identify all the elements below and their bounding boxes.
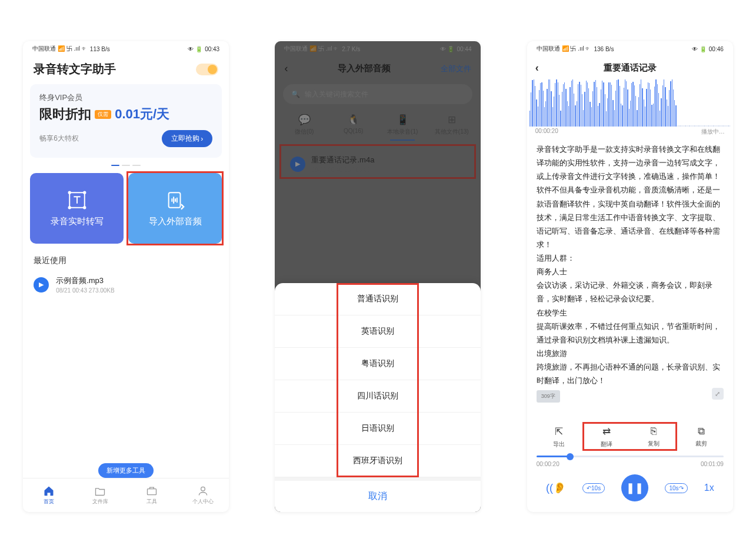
svg-point-1 [68, 191, 70, 193]
time-position: 00:00:20 [537, 461, 559, 467]
page-indicator [23, 165, 229, 166]
copy-icon: ⎘ [651, 426, 657, 437]
status-icons: 👁 🔋 [188, 46, 202, 52]
tool-export-label: 导出 [553, 440, 565, 448]
tool-row: ⇱导出 ⇄翻译 ⎘复制 ⧉裁剪 [527, 421, 733, 452]
status-carrier: 中国联通 📶 卐 .ııl ᯤ [32, 45, 88, 53]
language-action-sheet: 普通话识别 英语识别 粤语识别 四川话识别 日语识别 西班牙语识别 取消 [275, 283, 481, 512]
svg-point-4 [84, 207, 85, 208]
ear-mode-button[interactable]: ((👂 [546, 481, 566, 494]
search-input[interactable]: 🔍 输入关键词搜索文件 [283, 84, 472, 104]
opt-mandarin[interactable]: 普通话识别 [275, 283, 481, 315]
svg-point-2 [84, 191, 85, 193]
tab-home-label: 首页 [44, 498, 54, 506]
tab-home[interactable]: 首页 [23, 478, 75, 512]
tool-crop-label: 裁剪 [695, 440, 707, 448]
card-import-audio[interactable]: 导入外部音频 [128, 173, 222, 244]
bottom-tabbar: 首页 文件库 工具 个人中心 [23, 478, 229, 512]
home-icon [42, 485, 55, 497]
transcript-area[interactable]: 录音转文字助手是一款支持实时录音转换文字和在线翻译功能的实用性软件，支持一边录音… [527, 136, 733, 421]
search-placeholder: 输入关键词搜索文件 [305, 89, 368, 99]
text-frame-icon [67, 190, 87, 210]
back-button[interactable]: ‹ [535, 62, 539, 74]
vip-line2: 限时折扣 [39, 105, 91, 123]
tool-export[interactable]: ⇱导出 [544, 426, 574, 448]
play-icon[interactable]: ▶ [34, 277, 49, 293]
opt-sichuan[interactable]: 四川话识别 [275, 380, 481, 413]
transcript-text: 录音转文字助手是一款支持实时录音转换文字和在线翻译功能的实用性软件，支持一边录音… [537, 143, 724, 388]
tool-translate[interactable]: ⇄翻译 [592, 426, 621, 448]
tab-files-label: 文件库 [92, 498, 108, 506]
play-icon[interactable]: ▶ [290, 157, 305, 172]
tab-qq[interactable]: 🐧QQ(16) [329, 110, 378, 141]
status-carrier: 中国联通 📶 卐 .ııl ᯤ [284, 45, 339, 53]
phone-icon: 📱 [378, 114, 427, 126]
tab-profile-label: 个人中心 [192, 498, 214, 506]
tool-translate-label: 翻译 [601, 440, 612, 448]
svg-rect-5 [168, 192, 180, 208]
svg-point-3 [68, 207, 70, 208]
app-title: 录音转文字助手 [34, 61, 116, 77]
progress-slider[interactable]: 00:00:20 00:01:09 [527, 452, 733, 468]
page-title: 重要通话记录 [604, 62, 657, 74]
time-duration: 00:01:09 [701, 461, 724, 467]
svg-point-7 [201, 487, 205, 491]
vip-badge: 仅需 [95, 110, 111, 119]
theme-toggle[interactable] [196, 64, 218, 75]
chevron-right-icon: › [201, 135, 203, 143]
speed-button[interactable]: 1x [704, 483, 714, 493]
recent-heading: 最近使用 [23, 244, 229, 272]
vip-banner[interactable]: 终身VIP会员 限时折扣 仅需 0.01元/天 畅享6大特权 立即抢购 › [30, 84, 222, 158]
toolbox-icon [145, 485, 158, 497]
pause-button[interactable]: ❚❚ [621, 474, 648, 501]
status-time: 00:46 [709, 46, 724, 52]
player-controls: ((👂 ↶10s ❚❚ 10s↷ 1x [527, 468, 733, 512]
file-name: 示例音频.mp3 [56, 275, 115, 286]
expand-icon[interactable]: ⤢ [712, 388, 724, 400]
status-net: 2.7 K/s [342, 46, 360, 52]
card-a-label: 录音实时转写 [51, 216, 104, 227]
grid-icon: ⊞ [427, 114, 477, 126]
back-button[interactable]: ‹ [284, 62, 288, 75]
buy-now-button[interactable]: 立即抢购 › [162, 130, 212, 147]
status-net: 136 B/s [594, 46, 614, 52]
tab-other[interactable]: ⊞其他文件(13) [427, 110, 477, 141]
recent-file-row[interactable]: ▶ 示例音频.mp3 08/21 00:43 273.00KB [23, 272, 229, 297]
more-tools-pill[interactable]: 新增更多工具 [98, 463, 154, 478]
wave-time: 00:00:20 [535, 128, 558, 136]
tab-local[interactable]: 📱本地录音(1) [378, 110, 427, 141]
card-realtime-transcribe[interactable]: 录音实时转写 [30, 173, 124, 244]
forward-10-button[interactable]: 10s↷ [665, 483, 687, 493]
tab-profile[interactable]: 个人中心 [178, 478, 229, 512]
phone-import: 中国联通 📶 卐 .ııl ᯤ 2.7 K/s 👁 🔋 00:44 ‹ 导入外部… [275, 41, 481, 512]
waveform[interactable] [527, 79, 733, 127]
opt-spanish[interactable]: 西班牙语识别 [275, 445, 481, 477]
audio-file-row[interactable]: ▶ 重要通话记录.m4a 08/21 00:40 837.03KB [285, 149, 470, 179]
status-bar: 中国联通 📶 卐 .ııl ᯤ 136 B/s 👁 🔋 00:46 [527, 41, 733, 57]
status-bar: 中国联通 📶 卐 .ııl ᯤ 2.7 K/s 👁 🔋 00:44 [275, 41, 481, 57]
page-title: 导入外部音频 [338, 63, 391, 74]
export-icon: ⇱ [555, 426, 563, 438]
tab-local-label: 本地录音(1) [387, 128, 418, 135]
file-name: 重要通话记录.m4a [311, 155, 374, 165]
status-icons: 👁 🔋 [440, 46, 455, 52]
tool-copy[interactable]: ⎘复制 [639, 426, 668, 448]
translate-icon: ⇄ [602, 426, 611, 438]
tool-copy-label: 复制 [648, 440, 660, 448]
cancel-button[interactable]: 取消 [275, 477, 481, 512]
card-b-label: 导入外部音频 [149, 216, 202, 227]
all-files-link[interactable]: 全部文件 [441, 64, 471, 74]
play-state: 播放中… [701, 128, 725, 136]
tab-files[interactable]: 文件库 [75, 478, 126, 512]
opt-english[interactable]: 英语识别 [275, 315, 481, 348]
import-audio-icon [165, 190, 185, 210]
status-carrier: 中国联通 📶 卐 .ııl ᯤ [537, 45, 592, 53]
rewind-10-button[interactable]: ↶10s [582, 483, 605, 493]
opt-cantonese[interactable]: 粤语识别 [275, 348, 481, 380]
tool-crop[interactable]: ⧉裁剪 [687, 426, 716, 448]
tab-tools[interactable]: 工具 [126, 478, 178, 512]
svg-rect-6 [147, 489, 156, 495]
search-icon: 🔍 [291, 90, 300, 98]
opt-japanese[interactable]: 日语识别 [275, 413, 481, 445]
tab-wechat[interactable]: 💬微信(0) [279, 110, 329, 141]
